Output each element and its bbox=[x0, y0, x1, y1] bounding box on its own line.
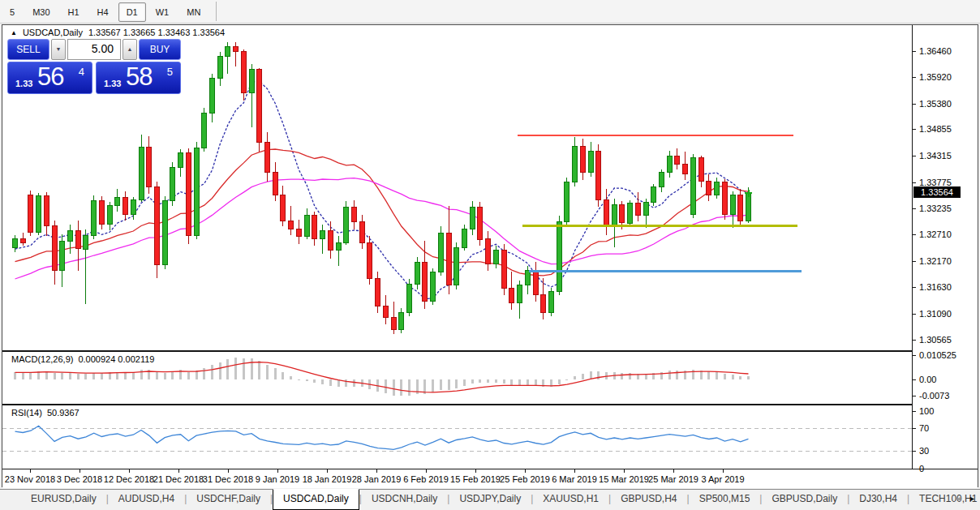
symbol-tab-usdcnh-daily[interactable]: USDCNH,Daily bbox=[362, 490, 447, 510]
candle-body bbox=[446, 233, 451, 285]
price-axis-label-tick bbox=[913, 340, 916, 341]
candle-body bbox=[328, 230, 333, 250]
timeframe-button-mn[interactable]: MN bbox=[178, 2, 208, 22]
macd-histogram-bar bbox=[400, 379, 402, 396]
date-axis-label: 23 Nov 2018 bbox=[5, 474, 55, 484]
price-axis[interactable]: 1.364601.359201.353801.348551.343151.337… bbox=[912, 25, 978, 469]
macd-histogram-bar bbox=[84, 374, 87, 379]
sell-button[interactable]: SELL bbox=[7, 39, 49, 60]
symbol-tab-audusd-h4[interactable]: AUDUSD,H4 bbox=[109, 490, 184, 510]
tabs-slot: EURUSD,Daily|AUDUSD,H4|USDCHF,Daily|USDC… bbox=[21, 490, 980, 510]
candle-body bbox=[604, 200, 609, 227]
rsi-axis-label: 30 bbox=[919, 446, 929, 456]
macd-histogram-bar bbox=[211, 365, 213, 379]
tab-scroll-left-icon[interactable]: ◄ bbox=[955, 495, 962, 503]
macd-histogram-bar bbox=[385, 379, 387, 393]
candle-body bbox=[407, 285, 412, 313]
buy-button[interactable]: BUY bbox=[139, 39, 181, 60]
candle-body bbox=[273, 173, 277, 195]
collapse-trade-panel-icon[interactable]: ▲ bbox=[11, 29, 17, 36]
chart-title-ohlc: 1.33567 1.33665 1.33463 1.33564 bbox=[88, 28, 225, 37]
symbol-tab-usdjpy-daily[interactable]: USDJPY,Daily bbox=[449, 490, 531, 510]
candle-body bbox=[423, 262, 428, 301]
buy-price-prefix: 1.33 bbox=[104, 79, 121, 88]
candle-body bbox=[660, 173, 664, 187]
candle-body bbox=[289, 221, 294, 229]
candle-body bbox=[533, 271, 538, 295]
macd-histogram-bar bbox=[14, 372, 16, 379]
macd-histogram-bar bbox=[747, 376, 750, 379]
date-axis-label: 18 Jan 2019 bbox=[303, 474, 352, 484]
candle-body bbox=[478, 207, 483, 239]
macd-histogram-bar bbox=[164, 373, 166, 380]
macd-histogram-bar bbox=[203, 368, 205, 379]
macd-histogram-bar bbox=[266, 365, 269, 379]
rsi-axis-label: 0 bbox=[919, 464, 924, 474]
timeframe-button-5[interactable]: 5 bbox=[2, 2, 23, 22]
candle-body bbox=[154, 187, 159, 264]
timeframe-button-h4[interactable]: H4 bbox=[89, 2, 117, 22]
date-axis-label: 21 Dec 2018 bbox=[153, 474, 204, 484]
macd-histogram-bar bbox=[393, 379, 395, 396]
date-tick bbox=[129, 469, 130, 473]
timeframe-button-d1[interactable]: D1 bbox=[118, 2, 146, 22]
candle-body bbox=[320, 230, 325, 239]
buy-price-tile[interactable]: 1.33 58 5 bbox=[96, 62, 181, 94]
macd-histogram-bar bbox=[565, 379, 568, 380]
volume-input[interactable]: 5.00 bbox=[67, 39, 121, 60]
sell-price-tile[interactable]: 1.33 56 4 bbox=[7, 62, 92, 94]
candle-body bbox=[44, 196, 49, 225]
macd-histogram-bar bbox=[510, 379, 513, 385]
candle-body bbox=[399, 313, 404, 330]
symbol-tab-sp500-m15[interactable]: SP500,M15 bbox=[690, 490, 760, 510]
candle-body bbox=[92, 201, 97, 235]
price-axis-label-tick bbox=[913, 51, 916, 52]
volume-decrease-button[interactable]: ▼ bbox=[51, 39, 66, 60]
rsi-axis-label-tick bbox=[913, 411, 916, 412]
rsi-pane[interactable] bbox=[2, 405, 912, 469]
tab-scroll-right-icon[interactable]: ► bbox=[969, 495, 976, 503]
date-tick bbox=[376, 469, 377, 473]
candle-body bbox=[470, 207, 475, 229]
macd-histogram-bar bbox=[495, 379, 497, 383]
macd-histogram-bar bbox=[707, 371, 710, 379]
macd-histogram-bar bbox=[258, 361, 260, 379]
price-axis-label: 1.31090 bbox=[919, 309, 952, 319]
rsi-label: RSI(14) bbox=[11, 408, 42, 418]
symbol-tab-usdchf-daily[interactable]: USDCHF,Daily bbox=[187, 490, 270, 510]
chart-window: ▲ USDCAD,Daily 1.33567 1.33665 1.33463 1… bbox=[2, 24, 978, 487]
candle-body bbox=[194, 148, 199, 236]
buy-price-sup: 5 bbox=[167, 66, 173, 78]
rsi-line bbox=[15, 426, 749, 449]
candle-body bbox=[541, 295, 546, 313]
macd-values: 0.000924 0.002119 bbox=[78, 354, 154, 364]
symbol-tab-gbpusd-daily[interactable]: GBPUSD,Daily bbox=[762, 490, 847, 510]
volume-increase-button[interactable]: ▲ bbox=[122, 39, 137, 60]
symbol-tab-dj30-h4[interactable]: DJ30,H4 bbox=[849, 490, 907, 510]
symbol-tabbar: EURUSD,Daily|AUDUSD,H4|USDCHF,Daily|USDC… bbox=[0, 489, 980, 510]
date-axis[interactable]: 23 Nov 20183 Dec 201812 Dec 201821 Dec 2… bbox=[2, 469, 978, 488]
timeframe-button-h1[interactable]: H1 bbox=[60, 2, 88, 22]
macd-histogram-bar bbox=[440, 379, 442, 390]
candle-body bbox=[139, 147, 144, 199]
symbol-tab-usdcad-daily[interactable]: USDCAD,Daily bbox=[273, 489, 359, 510]
symbol-tab-xauusd-h1[interactable]: XAUUSD,H1 bbox=[533, 490, 608, 510]
candle-body bbox=[202, 113, 207, 148]
candle-body bbox=[147, 147, 152, 187]
macd-histogram-bar bbox=[196, 371, 198, 379]
timeframe-button-m30[interactable]: M30 bbox=[24, 2, 58, 22]
price-axis-label-tick bbox=[913, 208, 916, 209]
price-axis-label: 1.35920 bbox=[919, 72, 952, 82]
macd-axis-label: 0.010525 bbox=[919, 350, 956, 360]
candle-body bbox=[738, 195, 743, 221]
candle-body bbox=[68, 230, 73, 241]
symbol-tab-gbpusd-h4[interactable]: GBPUSD,H4 bbox=[611, 490, 686, 510]
timeframe-button-w1[interactable]: W1 bbox=[148, 2, 178, 22]
candle-body bbox=[698, 158, 703, 182]
price-axis-label: 1.34855 bbox=[919, 124, 952, 134]
date-axis-label: 6 Mar 2019 bbox=[552, 474, 597, 484]
symbol-tab-eurusd-daily[interactable]: EURUSD,Daily bbox=[21, 490, 106, 510]
candle-body bbox=[675, 156, 680, 164]
macd-histogram-bar bbox=[676, 371, 678, 379]
macd-histogram-bar bbox=[101, 373, 103, 379]
